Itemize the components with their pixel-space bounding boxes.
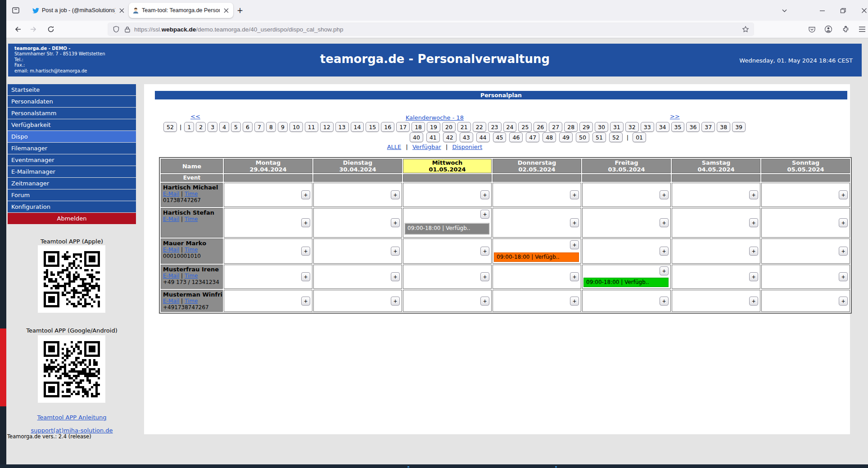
week-button-46[interactable]: 46 — [509, 132, 523, 142]
sidebar-item-startseite[interactable]: Startseite — [8, 84, 136, 95]
add-entry-button[interactable]: + — [570, 240, 579, 249]
week-button-4[interactable]: 4 — [219, 122, 229, 132]
add-entry-button[interactable]: + — [391, 297, 400, 306]
tab-post-a-job[interactable]: Post a job - (@mihaSolutions) | — [29, 3, 129, 18]
time-link[interactable]: Time — [185, 216, 198, 222]
filter-link-alle[interactable]: ALLE — [387, 144, 402, 150]
sidebar-item-dispo[interactable]: Dispo — [8, 131, 136, 142]
add-entry-button[interactable]: + — [839, 218, 848, 227]
extensions-button[interactable] — [840, 23, 851, 35]
url-text[interactable]: https://ssl.webpack.de/demo.teamorga.de/… — [134, 26, 737, 33]
add-entry-button[interactable]: + — [301, 297, 310, 306]
add-entry-button[interactable]: + — [301, 190, 310, 199]
filter-link-verf-gbar[interactable]: Verfügbar — [412, 144, 441, 150]
week-button-30[interactable]: 30 — [595, 122, 608, 132]
week-button-20[interactable]: 20 — [442, 122, 456, 132]
week-button-24[interactable]: 24 — [503, 122, 517, 132]
tab-close-icon[interactable] — [118, 7, 125, 14]
week-button-1[interactable]: 1 — [184, 122, 194, 132]
add-entry-button[interactable]: + — [301, 247, 310, 256]
sidebar-item-konfiguration[interactable]: Konfiguration — [8, 201, 136, 212]
support-email-link[interactable]: support(at)miha-solution.de — [8, 427, 136, 434]
add-entry-button[interactable]: + — [660, 297, 669, 306]
week-button-19[interactable]: 19 — [427, 122, 440, 132]
week-button-28[interactable]: 28 — [564, 122, 578, 132]
week-button-38[interactable]: 38 — [717, 122, 730, 132]
tab-list-button[interactable] — [774, 0, 794, 21]
next-week-link[interactable]: >> — [670, 113, 680, 120]
sidebar-item-eventmanager[interactable]: Eventmanager — [8, 154, 136, 166]
add-entry-button[interactable]: + — [391, 272, 400, 281]
week-button-25[interactable]: 25 — [518, 122, 532, 132]
add-entry-button[interactable]: + — [749, 272, 758, 281]
week-button-31[interactable]: 31 — [610, 122, 624, 132]
current-week-link[interactable]: Kalenderwoche - 18 — [406, 114, 464, 121]
time-link[interactable]: Time — [185, 247, 198, 253]
new-tab-button[interactable]: + — [234, 4, 246, 16]
week-button-01[interactable]: 01 — [633, 132, 646, 142]
tracking-shield-icon[interactable] — [113, 26, 120, 33]
week-button-23[interactable]: 23 — [488, 122, 502, 132]
bookmark-star-icon[interactable] — [742, 26, 749, 33]
filter-link-disponiert[interactable]: Disponiert — [452, 144, 482, 150]
week-button-6[interactable]: 6 — [243, 122, 253, 132]
e-mail-link[interactable]: E-Mail — [163, 191, 179, 197]
window-minimize-button[interactable] — [812, 0, 832, 21]
forward-button[interactable] — [28, 23, 40, 35]
add-entry-button[interactable]: + — [480, 297, 489, 306]
week-button-35[interactable]: 35 — [671, 122, 685, 132]
sidebar-item-personalstamm[interactable]: Personalstamm — [8, 108, 136, 119]
add-entry-button[interactable]: + — [570, 297, 579, 306]
add-entry-button[interactable]: + — [301, 218, 310, 227]
lock-icon[interactable] — [124, 26, 131, 33]
week-button-18[interactable]: 18 — [411, 122, 425, 132]
add-entry-button[interactable]: + — [839, 247, 848, 256]
sidebar-item-forum[interactable]: Forum — [8, 189, 136, 201]
week-button-17[interactable]: 17 — [396, 122, 410, 132]
week-button-39[interactable]: 39 — [732, 122, 746, 132]
sidebar-item-zeitmanager[interactable]: Zeitmanager — [8, 178, 136, 189]
app-manual-link[interactable]: Teamtool APP Anleitung — [8, 414, 136, 421]
week-button-12[interactable]: 12 — [320, 122, 334, 132]
add-entry-button[interactable]: + — [391, 218, 400, 227]
week-button-43[interactable]: 43 — [460, 132, 473, 142]
add-entry-button[interactable]: + — [391, 190, 400, 199]
add-entry-button[interactable]: + — [749, 190, 758, 199]
add-entry-button[interactable]: + — [660, 218, 669, 227]
account-button[interactable] — [823, 23, 834, 35]
add-entry-button[interactable]: + — [480, 272, 489, 281]
reload-button[interactable] — [45, 23, 57, 35]
event-entry[interactable]: 09:00-18:00 | Verfügb.. — [494, 252, 579, 262]
week-button-41[interactable]: 41 — [426, 132, 440, 142]
week-button-2[interactable]: 2 — [196, 122, 206, 132]
add-entry-button[interactable]: + — [660, 266, 669, 275]
tab-close-icon[interactable] — [222, 7, 230, 14]
back-button[interactable] — [12, 23, 23, 35]
add-entry-button[interactable]: + — [660, 247, 669, 256]
time-link[interactable]: Time — [185, 298, 198, 304]
week-button-49[interactable]: 49 — [559, 132, 573, 142]
week-button-33[interactable]: 33 — [641, 122, 654, 132]
week-button-21[interactable]: 21 — [457, 122, 471, 132]
week-button-47[interactable]: 47 — [526, 132, 539, 142]
tab-team-tool[interactable]: Team-tool: Teamorga.de Person — [129, 3, 233, 18]
sidebar-item-filemanager[interactable]: Filemanager — [8, 143, 136, 154]
e-mail-link[interactable]: E-Mail — [163, 298, 179, 304]
week-button-22[interactable]: 22 — [473, 122, 486, 132]
week-button-29[interactable]: 29 — [579, 122, 593, 132]
sidebar-item-verf-gbarkeit[interactable]: Verfügbarkeit — [8, 119, 136, 130]
week-button-27[interactable]: 27 — [549, 122, 562, 132]
add-entry-button[interactable]: + — [660, 190, 669, 199]
add-entry-button[interactable]: + — [391, 247, 400, 256]
week-button-16[interactable]: 16 — [381, 122, 394, 132]
event-entry[interactable]: 09:00-18:00 | Verfügb.. — [583, 278, 669, 287]
week-button-10[interactable]: 10 — [289, 122, 303, 132]
url-bar[interactable]: https://ssl.webpack.de/demo.teamorga.de/… — [108, 23, 754, 36]
event-entry[interactable]: 09:00-18:00 | Verfügb.. — [404, 223, 489, 234]
sidebar-item-personaldaten[interactable]: Personaldaten — [8, 96, 136, 107]
week-button-50[interactable]: 50 — [576, 132, 589, 142]
add-entry-button[interactable]: + — [839, 272, 848, 281]
add-entry-button[interactable]: + — [749, 247, 758, 256]
week-button-45[interactable]: 45 — [493, 132, 506, 142]
pocket-button[interactable] — [806, 23, 818, 35]
